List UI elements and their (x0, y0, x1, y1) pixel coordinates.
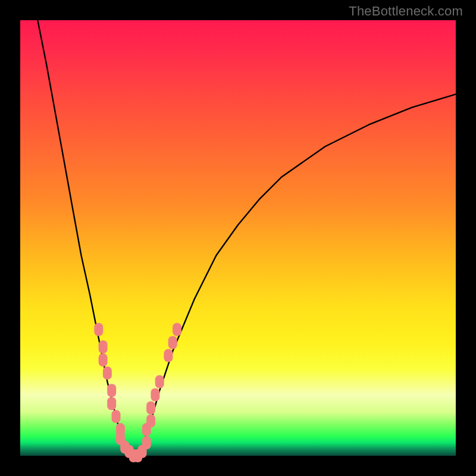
marker-group (94, 323, 181, 462)
marker-point (99, 353, 108, 367)
outer-frame: TheBottleneck.com (0, 0, 476, 476)
bottleneck-curve-right (142, 94, 456, 447)
marker-point (155, 375, 164, 389)
marker-point (146, 402, 155, 415)
marker-point (173, 323, 181, 336)
marker-point (94, 323, 103, 336)
bottleneck-curve-left (37, 20, 124, 447)
marker-point (168, 336, 177, 349)
marker-point (142, 436, 151, 449)
marker-point (103, 367, 112, 380)
watermark-label: TheBottleneck.com (349, 4, 463, 19)
marker-point (107, 384, 116, 397)
chart-svg (20, 20, 456, 456)
marker-point (112, 410, 121, 423)
marker-point (146, 414, 155, 427)
marker-point (107, 397, 116, 410)
marker-point (99, 340, 108, 353)
marker-point (151, 389, 159, 402)
marker-point (164, 349, 173, 362)
curve-group (37, 20, 456, 456)
